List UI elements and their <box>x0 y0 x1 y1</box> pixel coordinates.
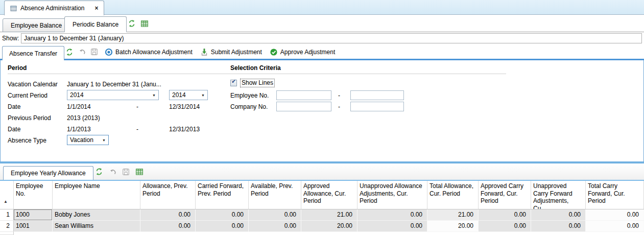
show-label: Show: <box>2 32 19 44</box>
column-header[interactable]: Allowance, Prev. Period <box>140 181 196 209</box>
table-row[interactable]: 2 1001 Sean Williams 0.00 0.00 0.00 20.0… <box>0 221 644 232</box>
vacation-calendar-value: January 1 to December 31 (Janu... <box>67 81 161 88</box>
tab-label: Periodic Balance <box>73 21 118 28</box>
combo-value: 2014 <box>172 91 186 99</box>
refresh-icon[interactable] <box>128 19 136 28</box>
submit-icon <box>200 48 208 56</box>
combo-value: Vacation <box>70 136 93 144</box>
show-filter-value: January 1 to December 31 (January) <box>24 35 124 42</box>
tab-employee-yearly-allowance[interactable]: Employee Yearly Allowance <box>3 166 93 180</box>
cell-value[interactable]: 0.00 <box>531 209 586 221</box>
grid-header-row: ▲ Employee No. Employee Name Allowance, … <box>0 181 644 209</box>
cell-value[interactable]: 21.00 <box>427 209 479 221</box>
button-label: Approve Adjustment <box>280 49 335 56</box>
undo-icon[interactable] <box>109 168 116 176</box>
chevron-down-icon: ▼ <box>198 93 205 97</box>
previous-period-value: 2013 (2013) <box>67 114 100 122</box>
company-no-to-input[interactable] <box>350 102 404 111</box>
save-icon[interactable] <box>122 168 130 176</box>
row-number: 1 <box>0 209 14 221</box>
company-no-from-input[interactable] <box>276 102 331 111</box>
cell-value[interactable]: 21.00 <box>301 209 357 221</box>
cell-value[interactable]: 0.00 <box>531 221 586 232</box>
tab-absence-transfer[interactable]: Absence Transfer <box>2 46 64 60</box>
document-tab-absence-administration[interactable]: Absence Administration × <box>4 1 104 15</box>
table-view-icon[interactable] <box>135 168 144 176</box>
sort-ascending-icon[interactable]: ▲ <box>0 181 14 209</box>
tab-label: Absence Transfer <box>9 50 57 57</box>
range-separator: - <box>338 92 340 99</box>
range-separator: - <box>338 103 340 110</box>
cell-value[interactable]: 0.00 <box>479 221 531 232</box>
button-label: Batch Allowance Adjustment <box>115 49 193 56</box>
current-period-year-select[interactable]: 2014 ▼ <box>169 90 208 100</box>
cell-value[interactable]: 0.00 <box>357 209 427 221</box>
periodic-balance-panel: Period Vacation Calendar January 1 to De… <box>0 60 644 162</box>
save-icon[interactable] <box>90 48 98 56</box>
cell-value[interactable]: 0.00 <box>586 221 644 232</box>
tab-periodic-balance[interactable]: Periodic Balance <box>64 16 127 32</box>
show-filter-input[interactable]: January 1 to December 31 (January) <box>21 33 642 43</box>
current-date-label: Date <box>8 103 20 110</box>
employee-yearly-allowance-grid: ▲ Employee No. Employee Name Allowance, … <box>0 180 644 235</box>
current-date-from: 1/1/2014 <box>67 103 91 110</box>
column-header[interactable]: Employee Name <box>53 181 140 209</box>
current-period-select[interactable]: 2014 ▼ <box>67 90 159 100</box>
column-header[interactable]: Unapproved Carry Forward Adjustments, Cu… <box>531 181 586 209</box>
show-lines-checkbox[interactable]: ✔ <box>230 80 237 86</box>
column-header[interactable]: Total Allowance, Cur. Period <box>427 181 479 209</box>
previous-date-label: Date <box>8 126 20 133</box>
window-table-icon <box>10 5 17 12</box>
cell-employee-no[interactable]: 1001 <box>14 221 53 232</box>
document-tab-title: Absence Administration <box>20 5 84 12</box>
close-icon[interactable]: × <box>94 5 98 12</box>
column-header[interactable]: Approved Allowance, Cur. Period <box>301 181 357 209</box>
approve-icon <box>270 48 278 56</box>
selection-criteria-group: Selection Criteria ✔ Show Lines Employee… <box>230 64 506 112</box>
employee-no-to-input[interactable] <box>350 90 404 100</box>
chevron-down-icon: ▼ <box>149 93 156 97</box>
cell-value[interactable]: 0.00 <box>196 221 249 232</box>
cell-value[interactable]: 20.00 <box>427 221 479 232</box>
employee-no-from-input[interactable] <box>276 90 331 100</box>
previous-period-label: Previous Period <box>8 114 51 122</box>
absence-administration-window: Absence Administration × Employee Balanc… <box>0 0 644 235</box>
table-row[interactable]: 1 1000 Bobby Jones 0.00 0.00 0.00 21.00 … <box>0 209 644 221</box>
previous-date-to: 12/31/2013 <box>169 126 200 133</box>
cell-value[interactable]: 20.00 <box>301 221 357 232</box>
refresh-icon[interactable] <box>65 48 74 56</box>
batch-allowance-adjustment-button[interactable]: Batch Allowance Adjustment <box>105 48 193 56</box>
column-header[interactable]: Carried Forward, Prev. Period <box>196 181 249 209</box>
cell-value[interactable]: 0.00 <box>586 209 644 221</box>
chevron-down-icon: ▼ <box>99 138 106 142</box>
column-header[interactable]: Employee No. <box>14 181 53 209</box>
tab-label: Employee Yearly Allowance <box>11 170 86 177</box>
cell-value[interactable]: 0.00 <box>196 209 249 221</box>
show-lines-label[interactable]: Show Lines <box>241 79 274 87</box>
cell-value[interactable]: 0.00 <box>140 209 196 221</box>
company-no-label: Company No. <box>230 103 268 110</box>
refresh-icon[interactable] <box>95 168 103 176</box>
current-date-to: 12/31/2014 <box>169 103 200 110</box>
undo-icon[interactable] <box>78 48 86 56</box>
cell-value[interactable]: 0.00 <box>140 221 196 232</box>
table-view-icon[interactable] <box>140 20 149 28</box>
tab-employee-balance[interactable]: Employee Balance <box>3 18 70 32</box>
submit-adjustment-button[interactable]: Submit Adjustment <box>200 48 262 56</box>
column-header[interactable]: Available, Prev. Period <box>249 181 301 209</box>
cell-employee-name[interactable]: Sean Williams <box>53 221 140 232</box>
previous-date-from: 1/1/2013 <box>67 126 91 133</box>
cell-value[interactable]: 0.00 <box>249 209 301 221</box>
approve-adjustment-button[interactable]: Approve Adjustment <box>270 48 335 56</box>
column-header[interactable]: Unapproved Allowance Adjustments, Cur. P… <box>357 181 427 209</box>
column-header[interactable]: Total Carry Forward, Cur. Period <box>586 181 644 209</box>
cell-value[interactable]: 0.00 <box>249 221 301 232</box>
absence-type-select[interactable]: Vacation ▼ <box>67 135 109 145</box>
cell-value[interactable]: 0.00 <box>357 221 427 232</box>
current-period-label: Current Period <box>8 92 47 99</box>
cell-employee-name[interactable]: Bobby Jones <box>53 209 140 221</box>
document-tab-strip: Absence Administration × <box>0 0 644 15</box>
column-header[interactable]: Approved Carry Forward, Cur. Period <box>479 181 531 209</box>
cell-value[interactable]: 0.00 <box>479 209 531 221</box>
cell-employee-no[interactable]: 1000 <box>14 209 53 221</box>
